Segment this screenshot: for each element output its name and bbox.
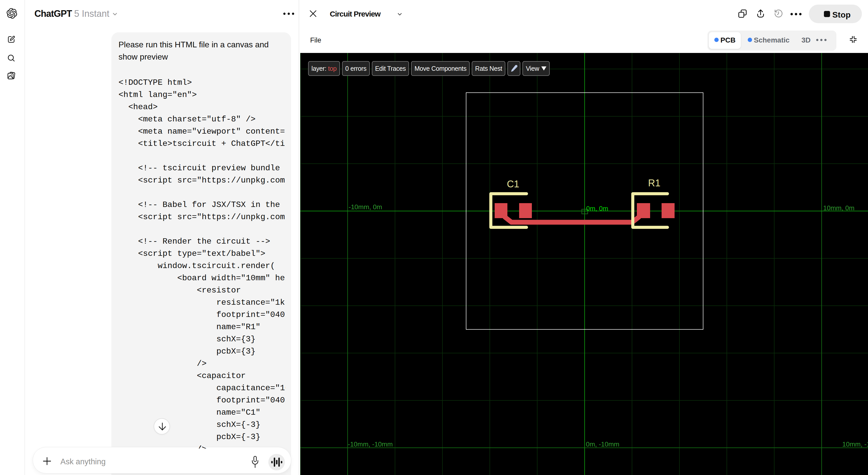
svg-text:0m, 0m: 0m, 0m bbox=[586, 205, 608, 212]
svg-text:-10mm, 0m: -10mm, 0m bbox=[349, 203, 382, 211]
svg-text:10mm, -10mm: 10mm, -10mm bbox=[842, 440, 868, 448]
svg-text:-10mm, -10mm: -10mm, -10mm bbox=[348, 440, 393, 448]
svg-text:0m, -10mm: 0m, -10mm bbox=[586, 440, 619, 448]
svg-text:C1: C1 bbox=[507, 179, 519, 190]
svg-text:10mm, 0m: 10mm, 0m bbox=[823, 204, 855, 212]
svg-text:R1: R1 bbox=[648, 178, 660, 189]
